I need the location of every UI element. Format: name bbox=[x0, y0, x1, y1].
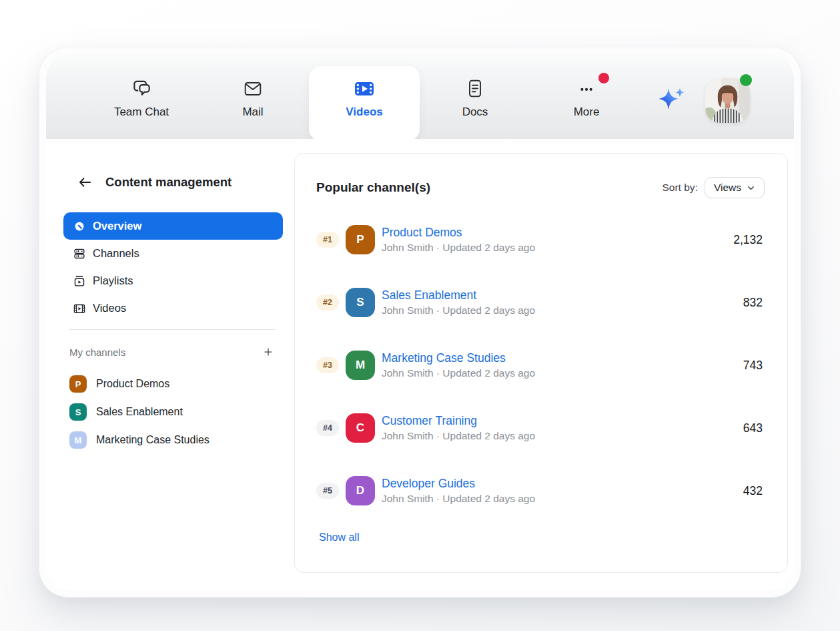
sidebar-item-label: Overview bbox=[93, 220, 141, 232]
channel-row-4: #4 C Customer Training John Smith · Upda… bbox=[295, 397, 787, 459]
my-channels-section: My channels P Product Demos bbox=[69, 343, 276, 454]
rank-badge: #3 bbox=[316, 357, 339, 373]
sort-control: Sort by: Views bbox=[663, 177, 765, 198]
sidebar: Content management Overview bbox=[46, 139, 294, 590]
popular-channels-card: Popular channel(s) Sort by: Views bbox=[294, 153, 788, 573]
docs-icon bbox=[463, 77, 487, 101]
views-count: 643 bbox=[743, 421, 763, 435]
sparkle-ai-icon[interactable] bbox=[654, 83, 687, 116]
app-window: Team Chat Mail bbox=[39, 47, 801, 598]
sidebar-item-videos[interactable]: Videos bbox=[63, 294, 283, 322]
sort-by-label: Sort by: bbox=[663, 182, 698, 194]
channel-subtitle: John Smith · Updated 2 days ago bbox=[382, 430, 743, 442]
channel-label: Product Demos bbox=[96, 378, 169, 390]
notification-dot bbox=[598, 73, 609, 83]
channel-subtitle: John Smith · Updated 2 days ago bbox=[382, 304, 743, 317]
channel-row-5: #5 D Developer Guides John Smith · Updat… bbox=[295, 459, 787, 522]
my-channel-product-demos[interactable]: P Product Demos bbox=[69, 370, 276, 398]
gauge-icon bbox=[71, 218, 87, 234]
sidebar-item-label: Channels bbox=[93, 247, 139, 260]
channel-subtitle: John Smith · Updated 2 days ago bbox=[382, 493, 743, 505]
more-dots-icon bbox=[574, 77, 598, 101]
sort-value: Views bbox=[714, 182, 741, 194]
video-film-icon bbox=[352, 77, 376, 101]
tab-label-docs: Docs bbox=[462, 106, 488, 119]
playlist-box-icon bbox=[71, 273, 87, 288]
tab-label-more: More bbox=[574, 106, 600, 119]
channel-label: Sales Enablement bbox=[96, 406, 183, 418]
channel-label: Marketing Case Studies bbox=[96, 434, 209, 446]
card-title: Popular channel(s) bbox=[316, 180, 430, 195]
chat-bubbles-icon bbox=[129, 77, 153, 101]
tab-team-chat[interactable]: Team Chat bbox=[91, 67, 191, 134]
my-channels-title: My channels bbox=[69, 347, 125, 358]
views-count: 743 bbox=[743, 359, 763, 373]
rank-badge: #4 bbox=[316, 420, 339, 436]
chevron-down-icon bbox=[747, 184, 755, 192]
channel-row-3: #3 M Marketing Case Studies John Smith ·… bbox=[295, 334, 787, 397]
top-tab-bar: Team Chat Mail bbox=[46, 54, 794, 139]
channel-row-1: #1 P Product Demos John Smith · Updated … bbox=[295, 208, 787, 271]
tab-label-team-chat: Team Chat bbox=[114, 106, 169, 119]
channel-subtitle: John Smith · Updated 2 days ago bbox=[382, 367, 743, 379]
my-channel-marketing-case-studies[interactable]: M Marketing Case Studies bbox=[69, 426, 276, 454]
tab-more[interactable]: More bbox=[536, 67, 637, 134]
channel-avatar: S bbox=[69, 403, 87, 421]
back-arrow-icon[interactable] bbox=[76, 174, 93, 191]
sidebar-title: Content management bbox=[105, 175, 232, 190]
channel-list: #1 P Product Demos John Smith · Updated … bbox=[295, 208, 787, 522]
channel-title-link[interactable]: Developer Guides bbox=[382, 477, 743, 491]
online-status-dot bbox=[740, 74, 752, 86]
channel-title-link[interactable]: Marketing Case Studies bbox=[382, 351, 743, 365]
desktop-background: Team Chat Mail bbox=[0, 0, 840, 631]
channel-avatar: S bbox=[346, 288, 375, 317]
channel-avatar: C bbox=[346, 413, 375, 443]
mail-icon bbox=[241, 77, 265, 101]
tab-label-mail: Mail bbox=[242, 106, 263, 119]
server-stack-icon bbox=[71, 246, 87, 261]
views-count: 432 bbox=[743, 484, 763, 498]
channel-avatar: M bbox=[346, 351, 375, 380]
sidebar-divider bbox=[69, 329, 276, 330]
channel-title-link[interactable]: Product Demos bbox=[382, 226, 733, 240]
sort-dropdown[interactable]: Views bbox=[705, 177, 765, 198]
sidebar-nav: Overview bbox=[63, 212, 283, 322]
channel-avatar: D bbox=[346, 476, 375, 505]
sidebar-item-label: Videos bbox=[93, 302, 126, 314]
rank-badge: #5 bbox=[316, 483, 339, 499]
plus-icon[interactable] bbox=[261, 345, 276, 359]
tab-mail[interactable]: Mail bbox=[203, 67, 303, 134]
rank-badge: #1 bbox=[316, 232, 339, 248]
rank-badge: #2 bbox=[316, 294, 339, 310]
sidebar-item-overview[interactable]: Overview bbox=[63, 212, 283, 240]
channel-avatar: P bbox=[346, 225, 375, 254]
my-channel-sales-enablement[interactable]: S Sales Enablement bbox=[69, 398, 276, 426]
film-outline-icon bbox=[71, 300, 87, 316]
sidebar-item-label: Playlists bbox=[93, 274, 133, 287]
channel-subtitle: John Smith · Updated 2 days ago bbox=[382, 242, 733, 254]
channel-row-2: #2 S Sales Enablement John Smith · Updat… bbox=[295, 271, 787, 334]
sidebar-item-playlists[interactable]: Playlists bbox=[63, 267, 283, 294]
sidebar-item-channels[interactable]: Channels bbox=[63, 240, 283, 267]
tab-videos[interactable]: Videos bbox=[314, 67, 414, 134]
show-all-link[interactable]: Show all bbox=[319, 532, 359, 544]
sidebar-header: Content management bbox=[76, 174, 232, 191]
channel-avatar: M bbox=[69, 431, 87, 449]
views-count: 2,132 bbox=[733, 233, 763, 247]
views-count: 832 bbox=[743, 296, 763, 310]
channel-title-link[interactable]: Customer Training bbox=[382, 414, 743, 428]
content-area: Content management Overview bbox=[46, 139, 794, 590]
channel-avatar: P bbox=[69, 375, 87, 393]
tab-label-videos: Videos bbox=[346, 106, 382, 119]
channel-title-link[interactable]: Sales Enablement bbox=[382, 288, 743, 302]
app-window-inner: Team Chat Mail bbox=[46, 54, 794, 590]
tab-docs[interactable]: Docs bbox=[425, 67, 525, 134]
